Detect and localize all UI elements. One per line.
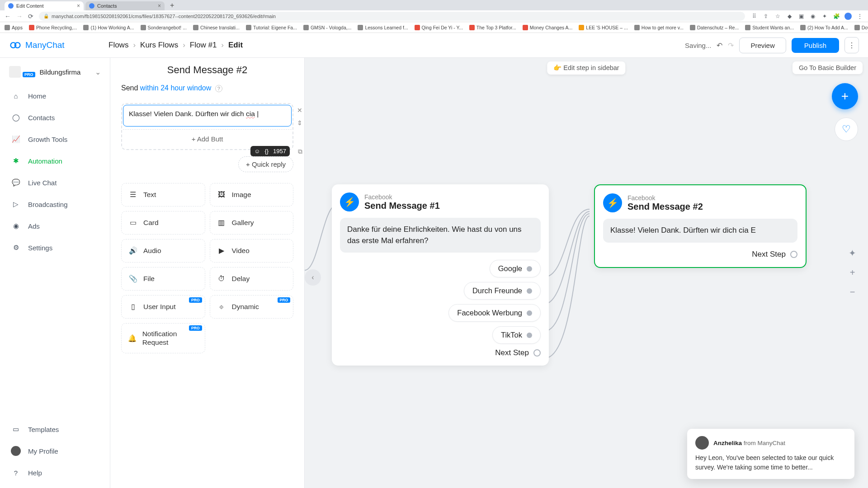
connector-dot[interactable] <box>527 310 532 316</box>
preview-button[interactable]: Preview <box>739 38 786 53</box>
share-icon[interactable]: ⇪ <box>762 13 769 20</box>
ext-icon[interactable]: ✦ <box>821 13 828 20</box>
profile-avatar[interactable] <box>844 13 852 20</box>
ext-icon[interactable]: ◆ <box>786 13 793 20</box>
add-node-fab[interactable]: + <box>832 83 858 109</box>
bookmark-item[interactable]: Lessons Learned f... <box>358 25 408 30</box>
zoom-out-icon[interactable]: − <box>850 287 855 297</box>
bookmark-item[interactable]: Student Wants an... <box>745 25 794 30</box>
sidebar-item-profile[interactable]: My Profile <box>0 440 110 462</box>
bookmark-item[interactable]: Qing Fei De Yi - Y... <box>415 25 463 30</box>
info-icon[interactable]: ? <box>215 85 222 92</box>
puzzle-icon[interactable]: 🧩 <box>833 13 840 20</box>
connector-ring[interactable] <box>533 349 541 357</box>
more-menu-button[interactable]: ⋮ <box>844 37 859 53</box>
bookmark-item[interactable]: GMSN - Vologda,... <box>303 25 351 30</box>
reload-icon[interactable]: ⟳ <box>28 13 33 20</box>
auto-layout-icon[interactable]: ✦ <box>849 248 856 258</box>
bookmark-item[interactable]: Download - Cooki... <box>854 25 868 30</box>
sidebar-item-ads[interactable]: ◉Ads <box>0 215 110 237</box>
quick-reply-facebook[interactable]: Facebook Werbung <box>448 304 541 322</box>
edit-in-sidebar-button[interactable]: 👉 Edit step in sidebar <box>547 61 625 75</box>
next-step-row[interactable]: Next Step <box>603 250 797 259</box>
sidebar-item-growth[interactable]: 📈Growth Tools <box>0 128 110 150</box>
palette-delay[interactable]: ⏱Delay <box>210 267 294 291</box>
translate-icon[interactable]: ⠿ <box>750 13 758 20</box>
flow-node-send-message-1[interactable]: ⚡ Facebook Send Message #1 Danke für dei… <box>332 184 549 366</box>
undo-icon[interactable]: ↶ <box>717 41 722 50</box>
sidebar-item-livechat[interactable]: 💬Live Chat <box>0 172 110 193</box>
sidebar-item-home[interactable]: ⌂Home <box>0 85 110 107</box>
bookmark-item[interactable]: How to get more v... <box>634 25 684 30</box>
quick-reply-google[interactable]: Google <box>490 260 541 277</box>
go-basic-builder-button[interactable]: Go To Basic Builder <box>793 61 863 74</box>
duplicate-icon[interactable]: ⧉ <box>298 148 302 155</box>
browser-tab-contacts[interactable]: Contacts × <box>85 1 165 10</box>
ext-icon[interactable]: ▣ <box>797 13 805 20</box>
message-text-input[interactable]: Klasse! Vielen Dank. Dürften wir dich ci… <box>123 105 292 127</box>
close-icon[interactable]: × <box>77 3 80 9</box>
next-step-row[interactable]: Next Step <box>340 348 541 357</box>
bookmark-item[interactable]: Money Changes A... <box>523 25 573 30</box>
connector-dot[interactable] <box>527 288 532 294</box>
palette-gallery[interactable]: ▥Gallery <box>210 211 294 235</box>
breadcrumb-item[interactable]: Flows <box>108 41 128 50</box>
send-window-link[interactable]: within 24 hour window <box>140 84 211 92</box>
forward-icon[interactable]: → <box>16 13 23 20</box>
zoom-in-icon[interactable]: + <box>850 267 855 278</box>
bookmark-item[interactable]: Sonderangebot! ... <box>141 25 187 30</box>
sidebar-item-templates[interactable]: ▭Templates <box>0 418 110 440</box>
palette-notification[interactable]: PRO🔔Notification Request <box>121 323 205 353</box>
add-button-row[interactable]: + Add Butt <box>123 129 292 148</box>
flow-canvas[interactable]: 👉 Edit step in sidebar Go To Basic Build… <box>305 58 868 488</box>
palette-video[interactable]: ▶Video <box>210 239 294 263</box>
bookmark-item[interactable]: Apps <box>5 25 23 30</box>
sidebar-item-help[interactable]: ?Help <box>0 462 110 483</box>
palette-user-input[interactable]: PRO▯User Input <box>121 295 205 319</box>
ext-icon[interactable]: ◉ <box>809 13 816 20</box>
star-icon[interactable]: ☆ <box>774 13 781 20</box>
browser-tab-active[interactable]: Edit Content × <box>5 1 84 10</box>
new-tab-button[interactable]: + <box>170 1 174 9</box>
sidebar-item-contacts[interactable]: ◯Contacts <box>0 107 110 128</box>
url-bar[interactable]: 🔒 manychat.com/fb198150208192061/cms/fil… <box>39 12 745 21</box>
remove-block-icon[interactable]: ✕ <box>297 107 302 114</box>
quick-reply-friends[interactable]: Durch Freunde <box>464 282 541 300</box>
sidebar-item-automation[interactable]: ✱Automation <box>0 150 110 172</box>
favorite-fab[interactable]: ♡ <box>835 117 858 141</box>
quick-reply-tiktok[interactable]: TikTok <box>492 326 541 344</box>
close-icon[interactable]: × <box>158 3 161 9</box>
breadcrumb-item[interactable]: Kurs Flows <box>140 41 178 50</box>
publish-button[interactable]: Publish <box>792 38 839 53</box>
palette-image[interactable]: 🖼Image <box>210 183 294 206</box>
sidebar-item-broadcasting[interactable]: ▷Broadcasting <box>0 193 110 215</box>
variable-icon[interactable]: {} <box>264 148 269 155</box>
quick-reply-button[interactable]: + Quick reply <box>238 156 293 172</box>
bookmark-item[interactable]: Datenschutz – Re... <box>690 25 739 30</box>
menu-icon[interactable]: ⋮ <box>856 13 863 20</box>
bookmark-item[interactable]: The Top 3 Platfor... <box>469 25 516 30</box>
sidebar-item-settings[interactable]: ⚙Settings <box>0 237 110 258</box>
emoji-icon[interactable]: ☺ <box>254 148 260 155</box>
connector-ring[interactable] <box>790 251 797 258</box>
palette-text[interactable]: ☰Text <box>121 183 205 206</box>
collapse-toggle[interactable]: ‹ <box>305 269 321 286</box>
breadcrumb-item[interactable]: Flow #1 <box>190 41 217 50</box>
connector-dot[interactable] <box>527 333 532 338</box>
flow-node-send-message-2[interactable]: ⚡ Facebook Send Message #2 Klasse! Viele… <box>594 184 807 268</box>
bookmark-item[interactable]: LEE 'S HOUSE – ... <box>579 25 627 30</box>
back-icon[interactable]: ← <box>5 13 11 20</box>
bookmark-item[interactable]: (2) How To Add A... <box>800 25 848 30</box>
connector-dot[interactable] <box>527 266 532 272</box>
palette-file[interactable]: 📎File <box>121 267 205 291</box>
palette-dynamic[interactable]: PRO⟐Dynamic <box>210 295 294 319</box>
account-switcher[interactable]: PRO Bildungsfirma ⌄ <box>0 61 110 85</box>
palette-card[interactable]: ▭Card <box>121 211 205 235</box>
resize-icon[interactable]: ⇕ <box>297 119 302 127</box>
bookmark-item[interactable]: Tutorial: Eigene Fa... <box>246 25 297 30</box>
bookmark-item[interactable]: Phone Recycling,... <box>29 25 77 30</box>
chat-widget[interactable]: Anzhelika from ManyChat Hey Leon, You've… <box>687 429 854 479</box>
palette-audio[interactable]: 🔊Audio <box>121 239 205 263</box>
bookmark-item[interactable]: (1) How Working A... <box>83 25 134 30</box>
bookmark-item[interactable]: Chinese translati... <box>193 25 240 30</box>
